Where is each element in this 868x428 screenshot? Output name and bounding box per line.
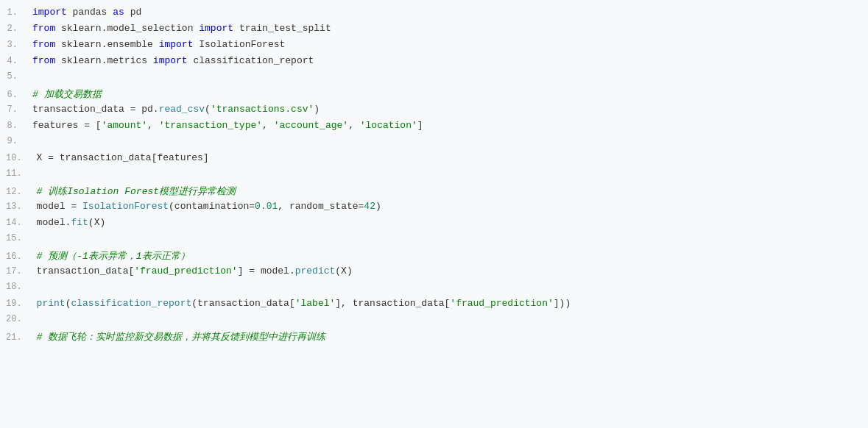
token-normal: (contamination= [169, 201, 255, 212]
token-str: 'transaction_type' [159, 120, 262, 131]
code-line: 17.transaction_data['fraud_prediction'] … [0, 265, 868, 281]
line-number: 16. [0, 252, 34, 262]
token-normal: , random_state= [278, 201, 364, 212]
token-num: 42 [364, 201, 375, 212]
line-number: 8. [0, 121, 29, 131]
token-fn: read_csv [159, 104, 205, 115]
token-fn: print [37, 298, 66, 309]
token-fn: classification_report [71, 298, 191, 309]
line-number: 10. [0, 153, 34, 163]
line-content: # 加载交易数据 [29, 88, 868, 101]
token-normal: ) [375, 201, 381, 212]
line-number: 5. [0, 71, 29, 82]
line-number: 19. [0, 299, 34, 309]
token-normal: X = transaction_data[features] [37, 152, 209, 163]
token-comment: # 预测（-1表示异常，1表示正常） [37, 251, 190, 262]
token-normal: ])) [554, 298, 571, 309]
token-normal: sklearn.metrics [55, 55, 153, 66]
token-normal: pandas [67, 7, 113, 18]
token-normal: classification_report [188, 55, 314, 66]
token-normal: features [32, 120, 84, 131]
code-line: 21.# 数据飞轮：实时监控新交易数据，并将其反馈到模型中进行再训练 [0, 329, 868, 346]
line-number: 11. [0, 168, 34, 179]
line-content: from sklearn.metrics import classificati… [29, 55, 868, 66]
token-normal: transaction_data [32, 104, 130, 115]
line-content: from sklearn.model_selection import trai… [29, 23, 868, 34]
line-content: print(classification_report(transaction_… [34, 298, 868, 309]
token-comment: # 训练Isolation Forest模型进行异常检测 [37, 186, 236, 197]
line-number: 15. [0, 233, 34, 243]
line-number: 7. [0, 104, 29, 115]
line-content: # 预测（-1表示异常，1表示正常） [34, 249, 868, 263]
code-line: 7.transaction_data = pd.read_csv('transa… [0, 103, 868, 119]
token-normal: pd [124, 7, 141, 18]
line-number: 3. [0, 40, 29, 50]
token-comment: # 数据飞轮：实时监控新交易数据，并将其反馈到模型中进行再训练 [37, 332, 326, 343]
token-normal: ], transaction_data[ [335, 298, 450, 309]
token-kw: from [32, 55, 55, 66]
line-content: # 训练Isolation Forest模型进行异常检测 [34, 185, 868, 198]
token-str: 'fraud_prediction' [450, 298, 553, 309]
token-normal: , [147, 120, 159, 131]
line-content: from sklearn.ensemble import IsolationFo… [29, 39, 868, 50]
code-line: 1.import pandas as pd [0, 6, 868, 22]
token-normal: ( [205, 104, 211, 115]
code-line: 2.from sklearn.model_selection import tr… [0, 22, 868, 38]
token-normal: train_test_split [233, 23, 331, 34]
line-number: 1. [0, 7, 29, 18]
line-content: model = IsolationForest(contamination=0.… [34, 201, 868, 212]
line-number: 9. [0, 136, 29, 146]
line-content: model.fit(X) [34, 217, 868, 228]
token-normal: (transaction_data[ [191, 298, 294, 309]
code-line: 5. [0, 71, 868, 87]
token-comment: # 加载交易数据 [32, 89, 102, 100]
line-number: 13. [0, 201, 34, 212]
line-content: import pandas as pd [29, 7, 868, 18]
token-num: 0.01 [255, 201, 278, 212]
line-number: 6. [0, 90, 29, 100]
code-line: 4.from sklearn.metrics import classifica… [0, 54, 868, 71]
token-fn: predict [295, 265, 336, 277]
line-content: transaction_data = pd.read_csv('transact… [29, 104, 868, 115]
line-number: 14. [0, 218, 34, 228]
token-normal: sklearn.ensemble [55, 39, 158, 50]
token-kw: as [113, 7, 124, 18]
token-normal: = [ [84, 120, 101, 131]
token-fn: fit [71, 217, 88, 228]
code-line: 14.model.fit(X) [0, 216, 868, 232]
token-str: 'fraud_prediction' [134, 265, 237, 277]
code-line: 20. [0, 313, 868, 329]
line-number: 4. [0, 56, 29, 66]
code-line: 11. [0, 168, 868, 184]
code-line: 9. [0, 135, 868, 151]
line-number: 12. [0, 187, 34, 197]
token-normal: ] [417, 120, 423, 131]
token-str: 'account_age' [274, 120, 348, 131]
token-fn: IsolationForest [82, 201, 169, 212]
line-content: transaction_data['fraud_prediction'] = m… [34, 265, 868, 277]
line-content: features = ['amount', 'transaction_type'… [29, 120, 868, 131]
code-line: 16.# 预测（-1表示异常，1表示正常） [0, 249, 868, 265]
code-line: 18. [0, 281, 868, 297]
token-kw: import [199, 23, 233, 34]
token-normal: model. [37, 217, 71, 228]
line-content: X = transaction_data[features] [34, 152, 868, 163]
token-normal: , [348, 120, 360, 131]
token-normal: (X) [335, 265, 352, 277]
token-normal: ] = model. [238, 265, 295, 277]
code-line: 13.model = IsolationForest(contamination… [0, 200, 868, 216]
token-normal: model = [37, 201, 82, 212]
token-normal: ) [314, 104, 320, 115]
line-number: 18. [0, 282, 34, 292]
token-normal: (X) [88, 217, 105, 228]
token-normal: pd. [141, 104, 158, 115]
code-line: 12.# 训练Isolation Forest模型进行异常检测 [0, 184, 868, 200]
token-kw: import [153, 55, 188, 66]
code-editor: 1.import pandas as pd2.from sklearn.mode… [0, 0, 868, 428]
line-number: 21. [0, 332, 34, 343]
token-kw: from [32, 23, 55, 34]
code-line: 10.X = transaction_data[features] [0, 151, 868, 168]
token-normal: sklearn.model_selection [55, 23, 199, 34]
token-normal: = [130, 104, 142, 115]
token-normal: transaction_data[ [37, 265, 135, 277]
